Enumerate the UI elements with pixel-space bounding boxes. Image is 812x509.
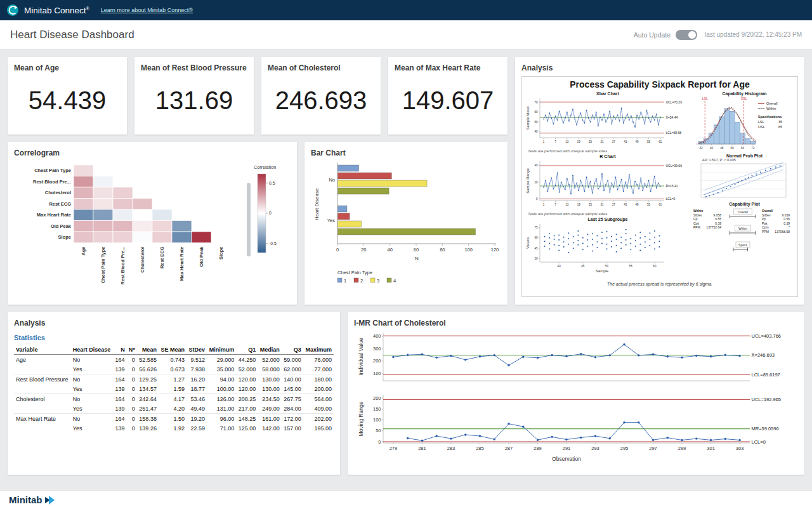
capability-histogram-chart: LSLUSL324048566472 [693,96,758,153]
svg-text:Rest ECG: Rest ECG [159,246,165,268]
svg-text:UCL=192.965: UCL=192.965 [752,397,782,402]
xbar-chart: UCL=70.20X̄=54.44LCL=38.6840506070171319… [524,96,691,149]
svg-text:40: 40 [534,130,538,133]
svg-text:100: 100 [373,417,381,423]
overall-line-swatch [758,103,764,104]
svg-text:43: 43 [624,203,627,206]
brand-text: Minitab Connect® [24,6,89,15]
column-header: SE Mean [159,345,187,355]
svg-text:299: 299 [678,446,686,451]
svg-text:301: 301 [707,446,715,451]
svg-text:40: 40 [558,265,561,268]
svg-text:Old Peak: Old Peak [199,246,204,267]
svg-text:Correlation: Correlation [254,164,276,170]
svg-text:0.5: 0.5 [269,181,275,185]
svg-text:56: 56 [731,147,735,150]
svg-text:49: 49 [636,203,639,206]
svg-text:Rest Blood Pre...: Rest Blood Pre... [33,179,71,185]
svg-text:279: 279 [390,446,398,451]
svg-text:31: 31 [600,140,604,143]
minitab-logo[interactable]: Minitab [9,494,43,505]
dashboard-content: Mean of Age 54.439 Mean of Rest Blood Pr… [0,50,812,490]
svg-text:0: 0 [378,439,381,445]
svg-text:60: 60 [653,265,657,268]
r-chart: UCL=39.66R̄=15.41LCL=0020401713192531374… [524,159,691,212]
sixpack-footnote: The actual process spread is represented… [524,282,796,286]
kpi-card-mean-max-heart-rate: Mean of Max Heart Rate 149.607 [388,57,508,135]
svg-text:37: 37 [612,140,616,143]
page-title: Heart Disease Dashboard [10,29,134,41]
svg-text:100: 100 [464,247,473,253]
svg-text:20: 20 [534,181,538,184]
svg-text:0: 0 [336,247,339,253]
svg-text:25: 25 [589,140,593,143]
svg-text:MR=59.0596: MR=59.0596 [752,426,779,432]
svg-text:55: 55 [629,265,633,268]
column-header: Q3 [282,345,303,355]
table-row: Yes1390139.261.9222.5971.00125.00142.001… [14,423,334,433]
panel-title: Analysis [14,319,334,327]
capability-histogram-title: Capability Histogram [693,91,796,96]
svg-text:40: 40 [710,147,714,150]
svg-text:UCL=70.20: UCL=70.20 [666,100,683,104]
svg-text:37: 37 [612,203,616,206]
svg-text:40: 40 [534,164,538,167]
column-header: Maximum [303,345,334,355]
legend-within-label: Within [766,107,776,110]
svg-text:Heart Disease: Heart Disease [314,188,320,220]
dashboard-header: Heart Disease Dashboard Auto Update last… [0,20,812,50]
svg-text:Overall: Overall [738,210,748,214]
kpi-label: Mean of Age [14,63,121,72]
auto-update-label: Auto Update [634,31,671,39]
svg-text:0: 0 [269,211,272,215]
analysis-sixpack-panel: Analysis Process Capability Sixpack Repo… [515,57,804,305]
panel-title: Analysis [521,63,798,72]
minitab-connect-logo-icon[interactable] [6,4,19,17]
svg-text:295: 295 [620,446,629,451]
within-line-swatch [758,109,764,109]
kpi-value: 131.69 [141,86,247,115]
panel-title: Bar Chart [311,149,501,157]
learn-more-link[interactable]: Learn more about Minitab Connect® [101,7,193,13]
kpi-value: 54.439 [14,86,121,115]
table-row: Rest Blood PressureNo1640129.251.2716.20… [14,374,334,385]
svg-text:32: 32 [700,147,704,150]
correlogram-panel: Correlogram Chest Pain TypeRest Blood Pr… [8,142,297,305]
svg-text:Rest ECG: Rest ECG [49,201,71,207]
statistics-section-heading[interactable]: Statistics [14,334,334,341]
svg-text:USL: USL [741,96,747,100]
svg-text:100: 100 [373,371,381,376]
column-header: Q1 [236,345,258,355]
svg-text:Cholesterol: Cholesterol [140,247,145,273]
svg-text:25: 25 [589,203,593,206]
svg-text:19: 19 [577,140,581,143]
imr-chart-panel: I-MR Chart of Cholesterol UCL=403.766X̄=… [348,312,804,475]
spec-lsl-row: LSL35 [758,119,782,124]
svg-text:Chest Pain Type: Chest Pain Type [34,168,71,173]
column-header: Heart Disease [71,345,113,355]
scrollbar[interactable] [247,183,251,256]
svg-text:Sample Range: Sample Range [526,168,530,193]
svg-text:Chest Pain Type: Chest Pain Type [100,247,106,284]
svg-text:Max Heart Rate: Max Heart Rate [37,212,71,218]
svg-text:120: 120 [491,247,499,253]
column-header: StDev [187,345,207,355]
auto-update-toggle[interactable] [676,30,697,40]
capability-plot-chart: OverallWithinSpecs [724,206,762,256]
svg-text:150: 150 [373,406,381,412]
svg-text:UCL=403.766: UCL=403.766 [752,333,782,339]
svg-text:72: 72 [751,147,755,150]
last-updated-text: last updated 9/20/22, 12:45:23 PM [705,31,802,38]
xbar-chart-title: Xbar Chart [524,91,691,96]
column-header: Variable [14,345,71,355]
table-row: Yes1390134.571.5918.77100.00120.00130.00… [14,384,334,394]
svg-text:Chest Pain Type: Chest Pain Type [337,270,372,275]
kpi-card-mean-cholesterol: Mean of Cholesterol 246.693 [261,57,381,135]
svg-text:Age: Age [81,247,86,256]
svg-text:Max Heart Rate: Max Heart Rate [179,247,185,281]
svg-text:60: 60 [414,247,419,253]
svg-text:N: N [415,256,419,261]
specifications-label: Specifications [758,114,794,119]
svg-text:Slope: Slope [58,234,71,240]
svg-text:61: 61 [658,140,662,143]
